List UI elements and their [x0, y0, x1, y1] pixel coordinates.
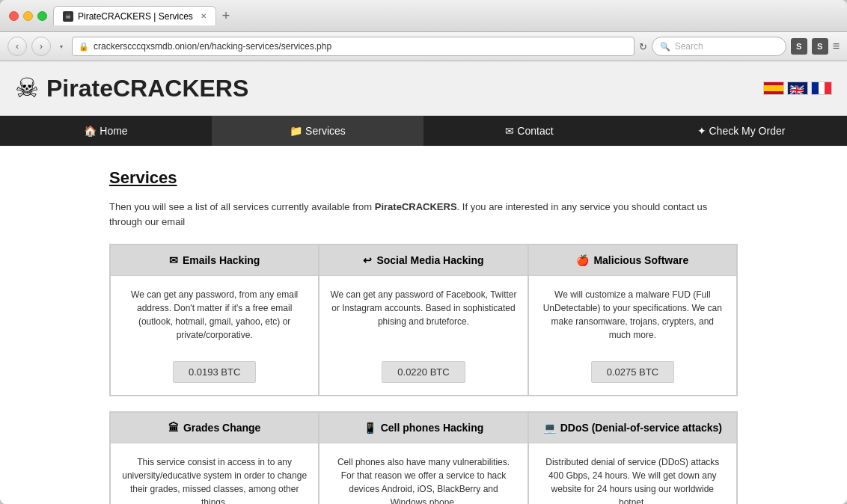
- social-footer: 0.0220 BTC: [319, 354, 527, 395]
- maximize-button[interactable]: [37, 11, 47, 21]
- service-grades-header: 🏛 Grades Change: [111, 413, 318, 443]
- page-title: Services: [109, 168, 738, 188]
- service-card-grades: 🏛 Grades Change This service consist in …: [110, 412, 319, 504]
- emails-body: We can get any password, from any email …: [111, 276, 318, 354]
- flag-uk[interactable]: [787, 82, 808, 95]
- browser-actions: S S ≡: [791, 38, 840, 55]
- social-price-button[interactable]: 0.0220 BTC: [382, 361, 465, 383]
- ddos-body: Distributed denial of service (DDoS) att…: [529, 443, 736, 504]
- search-bar[interactable]: 🔍 Search: [652, 37, 786, 56]
- lock-icon: 🔒: [79, 42, 89, 52]
- service-ddos-header: 💻 DDoS (Denial-of-service attacks): [529, 413, 736, 443]
- tab-title: PirateCRACKERS | Services: [78, 11, 193, 22]
- browser-tab[interactable]: ☠ PirateCRACKERS | Services ✕: [53, 6, 216, 25]
- service-social-header: ↩ Social Media Hacking: [319, 245, 527, 276]
- flag-spain[interactable]: [763, 82, 784, 95]
- address-bar[interactable]: 🔒 crackerscccqxsmdb.onion/en/hacking-ser…: [72, 37, 635, 56]
- intro-text-before: Then you will see a list of all services…: [109, 201, 375, 212]
- grades-body: This service consist in access in to any…: [111, 443, 318, 504]
- brand-name: PirateCRACKERS: [375, 201, 457, 212]
- refresh-button[interactable]: ↻: [639, 41, 647, 52]
- browser-action-1[interactable]: S: [791, 38, 807, 55]
- nav-dropdown[interactable]: ▾: [55, 37, 67, 56]
- emails-icon: ✉: [169, 254, 178, 266]
- close-button[interactable]: [9, 11, 19, 21]
- skull-icon: ☠: [15, 73, 39, 104]
- main-content: Services Then you will see a list of all…: [87, 146, 760, 504]
- cellphones-title: Cell phones Hacking: [381, 422, 484, 434]
- page-content: ☠ PirateCRACKERS 🏠 Home 📁 Services ✉ Con…: [0, 61, 847, 504]
- malware-footer: 0.0275 BTC: [529, 354, 736, 395]
- minimize-button[interactable]: [23, 11, 33, 21]
- malware-title: Malicious Software: [593, 254, 688, 266]
- grades-icon: 🏛: [168, 422, 179, 434]
- navigation: 🏠 Home 📁 Services ✉ Contact ✦ Check My O…: [0, 116, 847, 146]
- intro-paragraph: Then you will see a list of all services…: [109, 200, 738, 229]
- service-emails-header: ✉ Emails Hacking: [111, 245, 318, 276]
- social-icon: ↩: [363, 254, 372, 266]
- browser-window: ☠ PirateCRACKERS | Services ✕ + ‹ › ▾ 🔒 …: [0, 0, 847, 504]
- logo-area: ☠ PirateCRACKERS: [15, 73, 248, 104]
- traffic-lights: [9, 11, 47, 21]
- nav-home[interactable]: 🏠 Home: [0, 116, 212, 146]
- service-malware-header: 🍎 Malicious Software: [529, 245, 736, 276]
- flag-france[interactable]: [811, 82, 832, 95]
- url-text: crackerscccqxsmdb.onion/en/hacking-servi…: [94, 41, 628, 52]
- service-card-malware: 🍎 Malicious Software We will customize a…: [528, 245, 737, 396]
- nav-services[interactable]: 📁 Services: [212, 116, 424, 146]
- services-grid-row1: ✉ Emails Hacking We can get any password…: [109, 244, 738, 396]
- cellphones-icon: 📱: [364, 422, 376, 434]
- grades-title: Grades Change: [183, 422, 260, 434]
- new-tab-button[interactable]: +: [219, 8, 233, 24]
- malware-body: We will customize a malware FUD (Full Un…: [529, 276, 736, 354]
- search-icon: 🔍: [660, 42, 670, 52]
- forward-button[interactable]: ›: [31, 37, 51, 56]
- service-card-ddos: 💻 DDoS (Denial-of-service attacks) Distr…: [528, 412, 737, 504]
- search-placeholder: Search: [675, 41, 703, 52]
- emails-price-button[interactable]: 0.0193 BTC: [173, 361, 256, 383]
- service-card-social: ↩ Social Media Hacking We can get any pa…: [319, 245, 528, 396]
- ddos-title: DDoS (Denial-of-service attacks): [560, 422, 722, 434]
- social-body: We can get any password of Facebook, Twi…: [319, 276, 527, 354]
- ddos-icon: 💻: [543, 422, 556, 434]
- tab-favicon: ☠: [63, 11, 73, 22]
- malware-price-button[interactable]: 0.0275 BTC: [591, 361, 674, 383]
- title-bar: ☠ PirateCRACKERS | Services ✕ +: [0, 0, 847, 32]
- social-title: Social Media Hacking: [376, 254, 483, 266]
- cellphones-body: Cell phones also have many vulnerabiliti…: [319, 443, 527, 504]
- service-card-cellphones: 📱 Cell phones Hacking Cell phones also h…: [319, 412, 528, 504]
- nav-contact[interactable]: ✉ Contact: [424, 116, 635, 146]
- menu-icon[interactable]: ≡: [833, 40, 840, 53]
- emails-footer: 0.0193 BTC: [111, 354, 318, 395]
- tab-close-icon[interactable]: ✕: [201, 12, 207, 20]
- tab-bar: ☠ PirateCRACKERS | Services ✕ +: [53, 6, 838, 25]
- nav-check-order[interactable]: ✦ Check My Order: [635, 116, 847, 146]
- browser-action-2[interactable]: S: [812, 38, 828, 55]
- emails-title: Emails Hacking: [183, 254, 260, 266]
- service-cellphones-header: 📱 Cell phones Hacking: [319, 413, 527, 443]
- service-card-emails: ✉ Emails Hacking We can get any password…: [110, 245, 319, 396]
- site-header: ☠ PirateCRACKERS: [0, 61, 847, 116]
- malware-icon: 🍎: [576, 254, 589, 266]
- services-grid-row2: 🏛 Grades Change This service consist in …: [109, 411, 738, 504]
- back-button[interactable]: ‹: [7, 37, 27, 56]
- flags: [763, 82, 832, 95]
- toolbar: ‹ › ▾ 🔒 crackerscccqxsmdb.onion/en/hacki…: [0, 32, 847, 61]
- site-title: PirateCRACKERS: [46, 75, 248, 102]
